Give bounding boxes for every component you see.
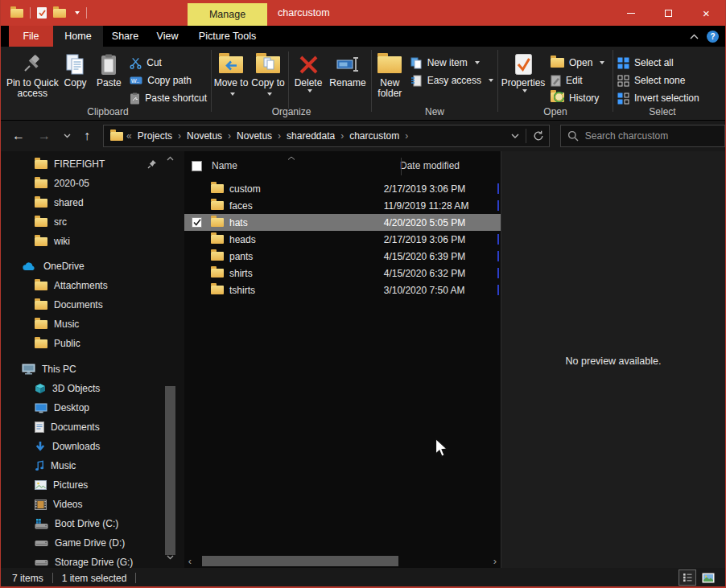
search-box[interactable] — [560, 125, 725, 147]
sidebar-item-wiki[interactable]: wiki — [1, 232, 184, 251]
tab-view[interactable]: View — [147, 26, 188, 47]
sidebar-item-storage-drive[interactable]: Storage Drive (G:) — [1, 553, 184, 568]
help-icon[interactable]: ? — [707, 31, 719, 43]
qat-properties-icon[interactable] — [37, 7, 47, 19]
scroll-right-icon[interactable]: › — [490, 555, 500, 567]
ribbon-separator — [211, 50, 212, 112]
tab-share[interactable]: Share — [103, 26, 147, 47]
search-input[interactable] — [585, 130, 718, 142]
new-item-button[interactable]: New item — [407, 54, 497, 72]
select-all-button[interactable]: Select all — [614, 54, 703, 72]
new-item-icon — [410, 57, 423, 69]
pin-icon — [23, 51, 42, 78]
cut-button[interactable]: Cut — [126, 54, 210, 72]
manage-contextual-tab[interactable]: Manage — [188, 3, 267, 26]
file-row-heads[interactable]: heads 2/17/2019 3:06 PM — [184, 231, 501, 248]
close-button[interactable]: × — [687, 0, 725, 26]
breadcrumb-separator: › — [176, 130, 183, 142]
file-row-faces[interactable]: faces 11/9/2019 11:28 AM — [184, 197, 501, 214]
file-row-pants[interactable]: pants 4/15/2020 6:39 PM — [184, 248, 501, 265]
folder-icon — [211, 184, 224, 193]
history-button[interactable]: History — [547, 89, 608, 107]
explorer-folder-icon[interactable] — [10, 9, 23, 18]
easy-access-button[interactable]: Easy access — [407, 72, 497, 89]
file-row-tshirts[interactable]: tshirts 3/10/2020 7:50 AM — [184, 282, 501, 298]
sidebar-item-documents[interactable]: Documents — [1, 417, 184, 437]
column-header-date-modified[interactable]: Date modified — [400, 160, 460, 171]
thumbnail-view-button[interactable] — [699, 569, 717, 586]
qat-new-folder-icon[interactable] — [53, 9, 66, 18]
close-icon: × — [703, 7, 710, 19]
dropdown-caret-icon — [600, 61, 604, 64]
address-dropdown-icon[interactable] — [511, 134, 519, 138]
sidebar-item-music-onedrive[interactable]: Music — [1, 315, 184, 334]
horizontal-scrollbar[interactable]: ‹ › — [185, 555, 500, 567]
easy-access-icon — [410, 75, 423, 87]
breadcrumb-item[interactable]: Projects — [134, 130, 176, 142]
paste-shortcut-button[interactable]: Paste shortcut — [126, 89, 210, 107]
group-label-select: Select — [614, 106, 711, 117]
sidebar-item-videos[interactable]: Videos — [1, 495, 184, 514]
sidebar-item-documents-onedrive[interactable]: Documents — [1, 295, 184, 315]
sidebar-item-shared[interactable]: shared — [1, 193, 184, 212]
tab-picture-tools[interactable]: Picture Tools — [188, 26, 267, 47]
move-to-icon — [219, 51, 243, 78]
breadcrumb-item[interactable]: Novetus — [183, 130, 226, 142]
address-bar[interactable]: « Projects › Novetus › Novetus › sharedd… — [103, 125, 550, 147]
file-row-hats[interactable]: hats 4/20/2020 5:05 PM — [184, 214, 501, 231]
column-header-name[interactable]: Name — [212, 160, 400, 171]
breadcrumb-separator: › — [276, 130, 283, 142]
collapse-ribbon-icon[interactable] — [690, 34, 699, 39]
file-row-custom[interactable]: custom 2/17/2019 3:06 PM — [184, 180, 501, 197]
sidebar-item-this-pc[interactable]: This PC — [1, 360, 184, 379]
forward-button[interactable]: → — [31, 129, 57, 143]
back-button[interactable]: ← — [6, 129, 31, 143]
sidebar-item-boot-drive[interactable]: Boot Drive (C:) — [1, 514, 184, 533]
details-view-button[interactable] — [679, 569, 696, 586]
qat-customize-dropdown-icon[interactable] — [75, 11, 80, 14]
minimize-button[interactable] — [612, 0, 650, 26]
sidebar-item-3d-objects[interactable]: 3D Objects — [1, 379, 184, 398]
refresh-icon[interactable] — [533, 130, 544, 142]
sidebar-scrollbar[interactable] — [165, 153, 175, 566]
horizontal-scrollbar-thumb[interactable] — [202, 556, 398, 566]
breadcrumb-item[interactable]: Novetus — [233, 130, 276, 142]
open-button[interactable]: Open — [547, 54, 608, 72]
ribbon-separator — [497, 50, 498, 112]
file-row-shirts[interactable]: shirts 4/15/2020 6:32 PM — [184, 265, 501, 282]
recent-locations-icon[interactable] — [57, 134, 77, 138]
folder-icon — [211, 269, 224, 278]
breadcrumb-item[interactable]: charcustom — [345, 130, 403, 142]
sidebar-item-src[interactable]: src — [1, 212, 184, 232]
select-all-checkbox[interactable] — [192, 161, 202, 171]
tab-home[interactable]: Home — [53, 26, 103, 47]
up-button[interactable]: ↑ — [77, 129, 97, 143]
scroll-left-icon[interactable]: ‹ — [185, 555, 195, 567]
sidebar-item-pictures[interactable]: Pictures — [1, 475, 184, 495]
tab-file[interactable]: File — [9, 26, 53, 47]
row-checkbox[interactable] — [192, 217, 202, 228]
sidebar-item-desktop[interactable]: Desktop — [1, 398, 184, 417]
column-divider[interactable] — [401, 158, 402, 175]
sidebar-item-attachments[interactable]: Attachments — [1, 276, 184, 295]
sidebar-item-2020-05[interactable]: 2020-05 — [1, 174, 184, 193]
sidebar-item-music[interactable]: Music — [1, 456, 184, 475]
sidebar-item-public[interactable]: Public — [1, 334, 184, 353]
folder-icon — [35, 282, 47, 290]
sidebar-scrollbar-thumb[interactable] — [165, 386, 175, 555]
sidebar-item-downloads[interactable]: Downloads — [1, 437, 184, 456]
copy-path-button[interactable]: W.. Copy path — [126, 72, 210, 89]
sidebar-item-firefight[interactable]: FIREFIGHT — [1, 154, 184, 174]
select-none-button[interactable]: Select none — [614, 72, 703, 89]
edit-button[interactable]: Edit — [547, 72, 608, 89]
group-label-clipboard: Clipboard — [6, 106, 210, 117]
breadcrumb-item[interactable]: shareddata — [283, 130, 339, 142]
folder-icon — [35, 301, 47, 310]
maximize-button[interactable] — [650, 0, 687, 26]
invert-selection-button[interactable]: Invert selection — [614, 89, 703, 107]
navigation-pane: FIREFIGHT 2020-05 shared src wiki OneDri… — [1, 151, 184, 568]
sidebar-item-game-drive[interactable]: Game Drive (D:) — [1, 533, 184, 553]
breadcrumb-overflow[interactable]: « — [125, 130, 134, 142]
sidebar-item-onedrive[interactable]: OneDrive — [1, 257, 184, 276]
invert-selection-icon — [617, 93, 629, 105]
